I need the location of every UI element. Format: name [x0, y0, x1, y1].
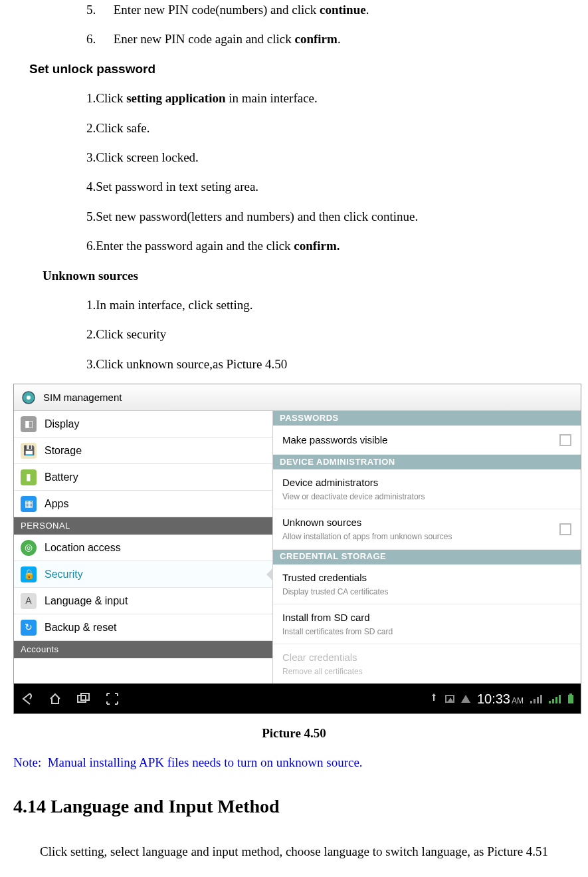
- text: 6.Enter the password again and the click: [86, 239, 294, 253]
- setting-unknown-sources[interactable]: Unknown sources Allow installation of ap…: [273, 509, 581, 549]
- sidebar-label: Display: [45, 416, 79, 433]
- setting-install-from-sd[interactable]: Install from SD card Install certificate…: [273, 604, 581, 644]
- list-number: 6.: [86, 29, 110, 49]
- note-text: Note: Manual installing APK files needs …: [13, 753, 575, 773]
- text: .: [338, 32, 341, 46]
- sidebar-label: Battery: [45, 469, 78, 486]
- text-bold: confirm.: [294, 239, 340, 253]
- step-item: 5.Set new password(letters and numbers) …: [86, 207, 575, 227]
- checkbox[interactable]: [559, 434, 571, 446]
- sidebar-item-backup-reset[interactable]: ↻ Backup & reset: [14, 614, 272, 641]
- apps-icon: ▦: [21, 496, 37, 512]
- list-item-5: 5. Enter new PIN code(numbers) and click…: [86, 0, 575, 20]
- step-item: 1.In main interface, click setting.: [86, 295, 575, 315]
- figure-caption: Picture 4.50: [13, 723, 575, 743]
- step-item: 3.Click screen locked.: [86, 148, 575, 168]
- text-bold: confirm: [295, 32, 338, 46]
- sidebar-label: Location access: [45, 539, 121, 557]
- list-item-6: 6. Ener new PIN code again and click con…: [86, 29, 575, 49]
- recent-apps-icon[interactable]: [76, 692, 91, 705]
- text: in main interface.: [226, 91, 318, 105]
- setting-title: Make passwords visible: [282, 432, 387, 448]
- setting-title: Install from SD card: [282, 610, 393, 626]
- heading-set-unlock-password: Set unlock password: [29, 59, 575, 79]
- sidebar-item-security[interactable]: 🔒 Security: [14, 561, 272, 588]
- text-bold: setting application: [126, 91, 225, 105]
- text: 1.Click: [86, 91, 126, 105]
- step-item: 6.Enter the password again and the click…: [86, 236, 575, 256]
- step-item: 1.Click setting application in main inte…: [86, 88, 575, 108]
- setting-make-passwords-visible[interactable]: Make passwords visible: [273, 426, 581, 455]
- battery-icon: [567, 693, 574, 704]
- list-number: 5.: [86, 0, 110, 20]
- heading-4-14: 4.14 Language and Input Method: [13, 792, 575, 822]
- sidebar-item-language-input[interactable]: A Language & input: [14, 588, 272, 614]
- sidebar-label: Security: [45, 566, 83, 583]
- sidebar-item-display[interactable]: ◧ Display: [14, 411, 272, 438]
- backup-icon: ↻: [21, 620, 37, 636]
- language-icon: A: [21, 593, 37, 609]
- checkbox[interactable]: [559, 523, 571, 535]
- setting-device-administrators[interactable]: Device administrators View or deactivate…: [273, 469, 581, 509]
- header-title: SIM management: [43, 390, 122, 406]
- setting-trusted-credentials[interactable]: Trusted credentials Display trusted CA c…: [273, 564, 581, 604]
- text-bold: continue: [320, 3, 366, 17]
- sidebar-label: Language & input: [45, 592, 128, 610]
- storage-icon: 💾: [21, 443, 37, 459]
- text: Enter new PIN code(numbers) and click: [114, 3, 320, 17]
- screenshot-icon[interactable]: [106, 692, 119, 705]
- setting-subtitle: Display trusted CA certificates: [282, 586, 388, 598]
- setting-title: Clear credentials: [282, 650, 363, 666]
- setting-clear-credentials: Clear credentials Remove all certificate…: [273, 644, 581, 684]
- section-header-accounts: Accounts: [14, 641, 272, 658]
- section-header-credential-storage: CREDENTIAL STORAGE: [273, 550, 581, 564]
- section-header-personal: PERSONAL: [14, 517, 272, 535]
- screenshot-picture-4-50: SIM management ◧ Display 💾 Storage ▮ Bat…: [13, 384, 581, 714]
- step-item: 2.Click security: [86, 324, 575, 344]
- setting-title: Trusted credentials: [282, 570, 388, 586]
- screenshot-header: SIM management: [14, 384, 581, 411]
- heading-unknown-sources: Unknown sources: [43, 266, 575, 286]
- android-navbar: 10:33AM: [14, 684, 581, 713]
- settings-detail-panel: PASSWORDS Make passwords visible DEVICE …: [273, 411, 581, 684]
- selected-indicator-icon: [266, 568, 273, 581]
- settings-icon: [21, 390, 37, 406]
- sidebar-label: Apps: [45, 495, 68, 513]
- usb-icon: [429, 693, 439, 705]
- note-label: Note:: [13, 755, 41, 769]
- settings-sidebar: ◧ Display 💾 Storage ▮ Battery ▦ Apps PER…: [14, 411, 273, 684]
- paragraph: Click setting, select language and input…: [40, 842, 561, 862]
- setting-title: Device administrators: [282, 475, 425, 491]
- back-icon[interactable]: [21, 692, 34, 705]
- step-item: 3.Click unknown source,as Picture 4.50: [86, 354, 575, 374]
- setting-subtitle: Install certificates from SD card: [282, 626, 393, 638]
- sidebar-label: Storage: [45, 442, 82, 459]
- signal-icon: [530, 694, 542, 703]
- sidebar-item-storage[interactable]: 💾 Storage: [14, 438, 272, 464]
- step-item: 2.Click safe.: [86, 118, 575, 138]
- battery-icon: ▮: [21, 469, 37, 485]
- svg-rect-5: [569, 693, 572, 695]
- setting-subtitle: View or deactivate device administrators: [282, 491, 425, 503]
- lock-icon: 🔒: [21, 566, 37, 582]
- text: .: [366, 3, 369, 17]
- sidebar-item-location-access[interactable]: ◎ Location access: [14, 535, 272, 561]
- sidebar-item-battery[interactable]: ▮ Battery: [14, 464, 272, 491]
- sidebar-label: Backup & reset: [45, 619, 117, 636]
- home-icon[interactable]: [49, 692, 62, 705]
- section-header-device-admin: DEVICE ADMINISTRATION: [273, 455, 581, 469]
- clock-time: 10:33AM: [477, 688, 524, 709]
- text: Ener new PIN code again and click: [114, 32, 295, 46]
- svg-point-1: [27, 396, 31, 400]
- section-header-passwords: PASSWORDS: [273, 411, 581, 426]
- setting-subtitle: Allow installation of apps from unknown …: [282, 531, 452, 543]
- note-body: Manual installing APK files needs to tur…: [48, 755, 363, 769]
- svg-rect-4: [568, 695, 573, 703]
- download-icon: [445, 695, 454, 703]
- display-icon: ◧: [21, 416, 37, 432]
- setting-title: Unknown sources: [282, 515, 452, 531]
- warning-icon: [461, 695, 470, 703]
- location-icon: ◎: [21, 540, 37, 556]
- step-item: 4.Set password in text seting area.: [86, 177, 575, 197]
- sidebar-item-apps[interactable]: ▦ Apps: [14, 491, 272, 517]
